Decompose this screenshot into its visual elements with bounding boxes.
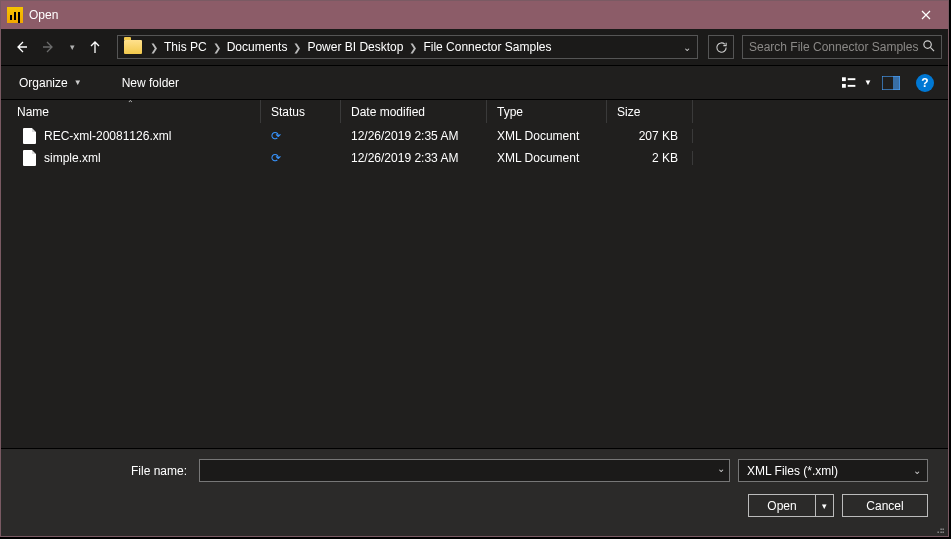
file-row[interactable]: simple.xml ⟳ 12/26/2019 2:33 AM XML Docu… bbox=[1, 147, 948, 169]
svg-rect-6 bbox=[893, 76, 900, 90]
file-icon bbox=[23, 150, 36, 166]
chevron-right-icon[interactable]: ❯ bbox=[211, 42, 223, 53]
file-icon bbox=[23, 128, 36, 144]
chevron-down-icon: ⌄ bbox=[913, 465, 921, 476]
resize-grip[interactable]: ⠴⠆ bbox=[936, 528, 946, 534]
sync-icon: ⟳ bbox=[271, 151, 281, 165]
forward-button[interactable] bbox=[37, 35, 61, 59]
close-button[interactable] bbox=[903, 1, 948, 29]
titlebar: Open bbox=[1, 1, 948, 29]
refresh-button[interactable] bbox=[708, 35, 734, 59]
file-row[interactable]: REC-xml-20081126.xml ⟳ 12/26/2019 2:35 A… bbox=[1, 125, 948, 147]
preview-pane-button[interactable] bbox=[876, 72, 906, 94]
chevron-down-icon: ▼ bbox=[864, 78, 872, 87]
filename-label: File name: bbox=[21, 464, 191, 478]
search-icon bbox=[922, 39, 935, 55]
svg-rect-3 bbox=[848, 78, 856, 80]
search-placeholder: Search File Connector Samples bbox=[749, 40, 918, 54]
up-button[interactable] bbox=[83, 35, 107, 59]
breadcrumb[interactable]: Power BI Desktop bbox=[303, 40, 407, 54]
svg-rect-2 bbox=[842, 83, 846, 87]
open-button[interactable]: Open ▾ bbox=[748, 494, 834, 517]
column-size[interactable]: Size bbox=[607, 100, 693, 123]
filename-input[interactable]: ⌄ bbox=[199, 459, 730, 482]
chevron-right-icon[interactable]: ❯ bbox=[291, 42, 303, 53]
column-date[interactable]: Date modified bbox=[341, 100, 487, 123]
breadcrumb[interactable]: This PC bbox=[160, 40, 211, 54]
svg-rect-4 bbox=[848, 84, 856, 86]
sync-icon: ⟳ bbox=[271, 129, 281, 143]
toolbar: Organize▼ New folder ▼ ? bbox=[1, 65, 948, 99]
bottom-panel: File name: ⌄ XML Files (*.xml) ⌄ Open ▾ … bbox=[1, 448, 948, 536]
folder-icon bbox=[124, 40, 142, 54]
navbar: ▾ ❯ This PC ❯ Documents ❯ Power BI Deskt… bbox=[1, 29, 948, 65]
column-status[interactable]: Status bbox=[261, 100, 341, 123]
chevron-down-icon: ▼ bbox=[74, 78, 82, 87]
column-type[interactable]: Type bbox=[487, 100, 607, 123]
chevron-down-icon[interactable]: ⌄ bbox=[683, 42, 691, 53]
file-list: REC-xml-20081126.xml ⟳ 12/26/2019 2:35 A… bbox=[1, 123, 948, 445]
svg-rect-1 bbox=[842, 77, 846, 81]
chevron-right-icon[interactable]: ❯ bbox=[407, 42, 419, 53]
svg-point-0 bbox=[924, 41, 931, 48]
breadcrumb[interactable]: Documents bbox=[223, 40, 292, 54]
cancel-button[interactable]: Cancel bbox=[842, 494, 928, 517]
filetype-filter[interactable]: XML Files (*.xml) ⌄ bbox=[738, 459, 928, 482]
window-title: Open bbox=[29, 8, 58, 22]
powerbi-icon bbox=[7, 7, 23, 23]
open-dialog: Open ▾ ❯ This PC ❯ Documents ❯ Power BI … bbox=[0, 0, 949, 537]
column-headers: ⌃ Name Status Date modified Type Size bbox=[1, 99, 948, 123]
view-options-button[interactable]: ▼ bbox=[842, 72, 872, 94]
recent-locations-dropdown[interactable]: ▾ bbox=[65, 42, 79, 52]
open-split-dropdown[interactable]: ▾ bbox=[815, 495, 833, 516]
search-input[interactable]: Search File Connector Samples bbox=[742, 35, 942, 59]
breadcrumb[interactable]: File Connector Samples bbox=[419, 40, 555, 54]
chevron-right-icon[interactable]: ❯ bbox=[148, 42, 160, 53]
sort-asc-icon: ⌃ bbox=[127, 99, 134, 108]
organize-button[interactable]: Organize▼ bbox=[15, 72, 86, 94]
newfolder-button[interactable]: New folder bbox=[118, 72, 183, 94]
back-button[interactable] bbox=[9, 35, 33, 59]
chevron-down-icon[interactable]: ⌄ bbox=[717, 463, 725, 474]
column-name[interactable]: ⌃ Name bbox=[1, 100, 261, 123]
help-button[interactable]: ? bbox=[916, 74, 934, 92]
address-bar[interactable]: ❯ This PC ❯ Documents ❯ Power BI Desktop… bbox=[117, 35, 698, 59]
